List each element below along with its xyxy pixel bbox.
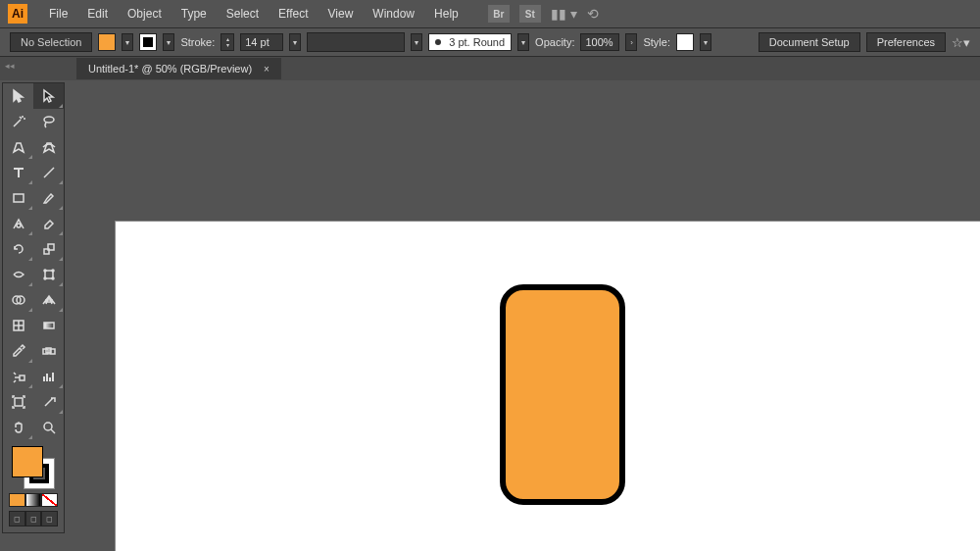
svg-rect-13 xyxy=(44,323,54,328)
tab-close-icon[interactable]: × xyxy=(264,64,270,75)
symbol-sprayer-tool[interactable] xyxy=(3,364,33,389)
curvature-tool[interactable] xyxy=(33,134,64,160)
type-tool[interactable] xyxy=(3,160,33,185)
lasso-tool[interactable] xyxy=(33,109,64,134)
menu-file[interactable]: File xyxy=(39,3,77,25)
stroke-stepper[interactable]: ▴▾ xyxy=(220,33,234,51)
control-bar: No Selection ▾ ▾ Stroke: ▴▾ 14 pt ▾ ▾ 3 … xyxy=(0,27,980,57)
selection-status: No Selection xyxy=(10,32,92,52)
stroke-label: Stroke: xyxy=(180,36,215,48)
svg-rect-17 xyxy=(20,376,24,380)
selection-tool[interactable] xyxy=(3,83,33,109)
menu-effect[interactable]: Effect xyxy=(269,3,318,25)
draw-inside-icon[interactable]: ◻ xyxy=(41,511,58,526)
svg-point-2 xyxy=(17,224,21,227)
opacity-label: Opacity: xyxy=(535,36,574,48)
color-section: ◻ ◻ ◻ xyxy=(3,440,64,532)
pen-tool[interactable] xyxy=(3,134,33,160)
gradient-mode-icon[interactable] xyxy=(25,493,42,507)
align-icon[interactable]: ☆▾ xyxy=(952,35,970,50)
zoom-tool[interactable] xyxy=(33,415,64,440)
menu-view[interactable]: View xyxy=(318,3,364,25)
blend-tool[interactable] xyxy=(33,338,64,364)
menu-bar: Ai File Edit Object Type Select Effect V… xyxy=(0,0,980,27)
brush-profile-input[interactable]: 3 pt. Round xyxy=(428,33,512,51)
width-tool[interactable] xyxy=(3,262,33,287)
document-tab[interactable]: Untitled-1* @ 50% (RGB/Preview) × xyxy=(76,58,281,79)
slice-tool[interactable] xyxy=(33,389,64,415)
fill-stroke-indicator[interactable] xyxy=(12,446,55,489)
magic-wand-tool[interactable] xyxy=(3,109,33,134)
svg-point-8 xyxy=(44,277,46,279)
menu-type[interactable]: Type xyxy=(172,3,217,25)
menu-window[interactable]: Window xyxy=(363,3,424,25)
opacity-input[interactable]: 100% xyxy=(580,33,619,51)
variable-width-input[interactable] xyxy=(307,32,405,52)
stroke-weight-dropdown[interactable]: ▾ xyxy=(289,33,301,51)
stroke-weight-input[interactable]: 14 pt xyxy=(240,33,283,51)
stroke-dropdown[interactable]: ▾ xyxy=(163,33,174,51)
column-graph-tool[interactable] xyxy=(33,364,64,389)
panel-collapse-icon[interactable]: ◂◂ xyxy=(5,61,15,71)
fill-color-box[interactable] xyxy=(12,446,43,477)
fill-swatch[interactable] xyxy=(98,33,116,51)
rotate-tool[interactable] xyxy=(3,236,33,262)
svg-point-6 xyxy=(44,270,46,272)
opacity-dropdown[interactable]: › xyxy=(625,33,637,51)
canvas-area[interactable] xyxy=(76,82,980,551)
fill-dropdown[interactable]: ▾ xyxy=(122,33,133,51)
eyedropper-tool[interactable] xyxy=(3,338,33,364)
gradient-tool[interactable] xyxy=(33,313,64,338)
bridge-icon[interactable]: Br xyxy=(488,5,510,23)
tab-title: Untitled-1* @ 50% (RGB/Preview) xyxy=(88,63,252,75)
paintbrush-tool[interactable] xyxy=(33,185,64,211)
menu-edit[interactable]: Edit xyxy=(77,3,118,25)
free-transform-tool[interactable] xyxy=(33,262,64,287)
menu-object[interactable]: Object xyxy=(118,3,172,25)
sync-icon[interactable]: ⟲ xyxy=(587,6,599,22)
tab-bar: Untitled-1* @ 50% (RGB/Preview) × xyxy=(0,57,980,80)
artboard[interactable] xyxy=(116,222,980,551)
menu-select[interactable]: Select xyxy=(217,3,269,25)
svg-point-19 xyxy=(44,423,52,430)
svg-point-0 xyxy=(44,117,54,123)
toolbox: ◻ ◻ ◻ xyxy=(2,82,65,533)
mesh-tool[interactable] xyxy=(3,313,33,338)
svg-point-9 xyxy=(52,277,54,279)
style-swatch[interactable] xyxy=(676,33,694,51)
stock-icon[interactable]: St xyxy=(519,5,541,23)
brush-dropdown[interactable]: ▾ xyxy=(517,33,529,51)
arrange-documents-icon[interactable]: ▮▮ ▾ xyxy=(551,6,577,22)
draw-behind-icon[interactable]: ◻ xyxy=(25,511,42,526)
perspective-grid-tool[interactable] xyxy=(33,287,64,313)
scale-tool[interactable] xyxy=(33,236,64,262)
app-logo: Ai xyxy=(8,4,27,24)
svg-point-7 xyxy=(52,270,54,272)
direct-selection-tool[interactable] xyxy=(33,83,64,109)
preferences-button[interactable]: Preferences xyxy=(866,32,946,52)
none-mode-icon[interactable] xyxy=(41,493,58,507)
svg-rect-18 xyxy=(15,398,23,406)
rectangle-tool[interactable] xyxy=(3,185,33,211)
style-dropdown[interactable]: ▾ xyxy=(700,33,711,51)
shape-builder-tool[interactable] xyxy=(3,287,33,313)
hand-tool[interactable] xyxy=(3,415,33,440)
rounded-rectangle-shape[interactable] xyxy=(500,284,625,505)
menu-help[interactable]: Help xyxy=(424,3,468,25)
stroke-swatch[interactable] xyxy=(139,33,157,51)
brush-profile-label: 3 pt. Round xyxy=(449,36,505,48)
color-mode-icon[interactable] xyxy=(9,493,25,507)
shaper-tool[interactable] xyxy=(3,211,33,236)
document-setup-button[interactable]: Document Setup xyxy=(759,32,860,52)
menu-right-group: Br St ▮▮ ▾ ⟲ xyxy=(488,5,599,23)
style-label: Style: xyxy=(643,36,670,48)
draw-normal-icon[interactable]: ◻ xyxy=(9,511,25,526)
brush-dot-icon xyxy=(435,39,441,45)
eraser-tool[interactable] xyxy=(33,211,64,236)
artboard-tool[interactable] xyxy=(3,389,33,415)
svg-rect-1 xyxy=(14,194,24,202)
line-segment-tool[interactable] xyxy=(33,160,64,185)
variable-width-dropdown[interactable]: ▾ xyxy=(411,33,422,51)
